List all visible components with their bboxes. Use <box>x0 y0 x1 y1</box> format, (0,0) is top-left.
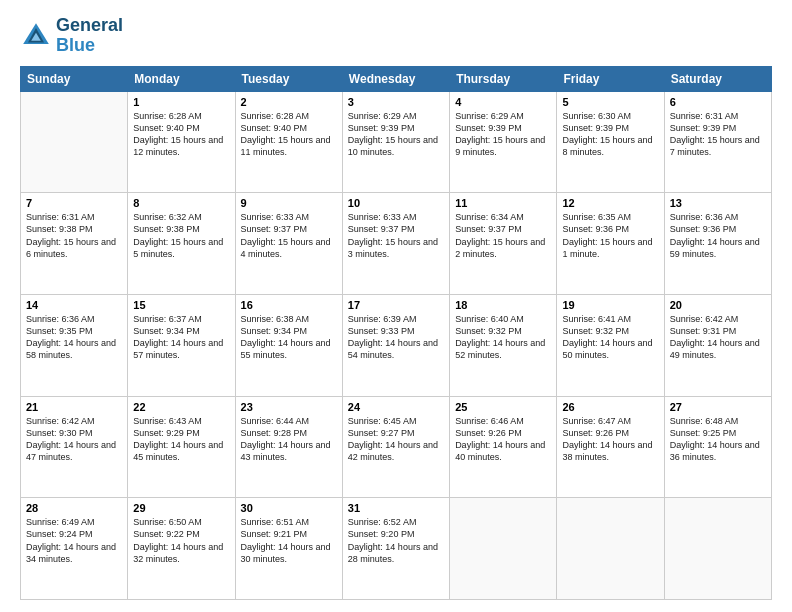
cell-info: Sunrise: 6:33 AMSunset: 9:37 PMDaylight:… <box>241 211 337 260</box>
cell-info: Sunrise: 6:35 AMSunset: 9:36 PMDaylight:… <box>562 211 658 260</box>
calendar-cell: 20Sunrise: 6:42 AMSunset: 9:31 PMDayligh… <box>664 294 771 396</box>
logo-icon <box>20 20 52 52</box>
cell-info: Sunrise: 6:33 AMSunset: 9:37 PMDaylight:… <box>348 211 444 260</box>
day-number: 29 <box>133 502 229 514</box>
day-number: 14 <box>26 299 122 311</box>
calendar-cell: 16Sunrise: 6:38 AMSunset: 9:34 PMDayligh… <box>235 294 342 396</box>
day-number: 23 <box>241 401 337 413</box>
calendar-cell: 11Sunrise: 6:34 AMSunset: 9:37 PMDayligh… <box>450 193 557 295</box>
day-number: 12 <box>562 197 658 209</box>
day-number: 22 <box>133 401 229 413</box>
day-number: 7 <box>26 197 122 209</box>
day-number: 10 <box>348 197 444 209</box>
day-number: 18 <box>455 299 551 311</box>
cell-info: Sunrise: 6:29 AMSunset: 9:39 PMDaylight:… <box>455 110 551 159</box>
calendar-cell: 8Sunrise: 6:32 AMSunset: 9:38 PMDaylight… <box>128 193 235 295</box>
day-header-tuesday: Tuesday <box>235 66 342 91</box>
day-number: 20 <box>670 299 766 311</box>
day-number: 3 <box>348 96 444 108</box>
cell-info: Sunrise: 6:46 AMSunset: 9:26 PMDaylight:… <box>455 415 551 464</box>
calendar-cell: 21Sunrise: 6:42 AMSunset: 9:30 PMDayligh… <box>21 396 128 498</box>
calendar-header-row: SundayMondayTuesdayWednesdayThursdayFrid… <box>21 66 772 91</box>
cell-info: Sunrise: 6:51 AMSunset: 9:21 PMDaylight:… <box>241 516 337 565</box>
day-number: 8 <box>133 197 229 209</box>
calendar-cell: 10Sunrise: 6:33 AMSunset: 9:37 PMDayligh… <box>342 193 449 295</box>
day-header-thursday: Thursday <box>450 66 557 91</box>
calendar-cell: 29Sunrise: 6:50 AMSunset: 9:22 PMDayligh… <box>128 498 235 600</box>
cell-info: Sunrise: 6:48 AMSunset: 9:25 PMDaylight:… <box>670 415 766 464</box>
page: General Blue SundayMondayTuesdayWednesda… <box>0 0 792 612</box>
calendar-table: SundayMondayTuesdayWednesdayThursdayFrid… <box>20 66 772 600</box>
day-number: 13 <box>670 197 766 209</box>
cell-info: Sunrise: 6:52 AMSunset: 9:20 PMDaylight:… <box>348 516 444 565</box>
calendar-cell: 5Sunrise: 6:30 AMSunset: 9:39 PMDaylight… <box>557 91 664 193</box>
calendar-cell: 7Sunrise: 6:31 AMSunset: 9:38 PMDaylight… <box>21 193 128 295</box>
cell-info: Sunrise: 6:31 AMSunset: 9:38 PMDaylight:… <box>26 211 122 260</box>
day-number: 9 <box>241 197 337 209</box>
calendar-cell: 25Sunrise: 6:46 AMSunset: 9:26 PMDayligh… <box>450 396 557 498</box>
calendar-cell <box>664 498 771 600</box>
cell-info: Sunrise: 6:43 AMSunset: 9:29 PMDaylight:… <box>133 415 229 464</box>
day-number: 6 <box>670 96 766 108</box>
calendar-cell: 9Sunrise: 6:33 AMSunset: 9:37 PMDaylight… <box>235 193 342 295</box>
logo-text: General Blue <box>56 16 123 56</box>
cell-info: Sunrise: 6:49 AMSunset: 9:24 PMDaylight:… <box>26 516 122 565</box>
cell-info: Sunrise: 6:37 AMSunset: 9:34 PMDaylight:… <box>133 313 229 362</box>
day-number: 16 <box>241 299 337 311</box>
day-header-friday: Friday <box>557 66 664 91</box>
day-number: 11 <box>455 197 551 209</box>
day-number: 28 <box>26 502 122 514</box>
calendar-cell: 1Sunrise: 6:28 AMSunset: 9:40 PMDaylight… <box>128 91 235 193</box>
calendar-cell: 22Sunrise: 6:43 AMSunset: 9:29 PMDayligh… <box>128 396 235 498</box>
calendar-cell: 4Sunrise: 6:29 AMSunset: 9:39 PMDaylight… <box>450 91 557 193</box>
day-number: 24 <box>348 401 444 413</box>
day-number: 25 <box>455 401 551 413</box>
calendar-cell: 27Sunrise: 6:48 AMSunset: 9:25 PMDayligh… <box>664 396 771 498</box>
calendar-cell: 28Sunrise: 6:49 AMSunset: 9:24 PMDayligh… <box>21 498 128 600</box>
cell-info: Sunrise: 6:39 AMSunset: 9:33 PMDaylight:… <box>348 313 444 362</box>
day-header-wednesday: Wednesday <box>342 66 449 91</box>
header: General Blue <box>20 16 772 56</box>
calendar-week-row: 28Sunrise: 6:49 AMSunset: 9:24 PMDayligh… <box>21 498 772 600</box>
day-number: 4 <box>455 96 551 108</box>
calendar-week-row: 7Sunrise: 6:31 AMSunset: 9:38 PMDaylight… <box>21 193 772 295</box>
calendar-cell <box>450 498 557 600</box>
cell-info: Sunrise: 6:36 AMSunset: 9:36 PMDaylight:… <box>670 211 766 260</box>
cell-info: Sunrise: 6:45 AMSunset: 9:27 PMDaylight:… <box>348 415 444 464</box>
day-header-monday: Monday <box>128 66 235 91</box>
day-number: 1 <box>133 96 229 108</box>
cell-info: Sunrise: 6:28 AMSunset: 9:40 PMDaylight:… <box>133 110 229 159</box>
calendar-cell: 23Sunrise: 6:44 AMSunset: 9:28 PMDayligh… <box>235 396 342 498</box>
day-number: 19 <box>562 299 658 311</box>
cell-info: Sunrise: 6:32 AMSunset: 9:38 PMDaylight:… <box>133 211 229 260</box>
cell-info: Sunrise: 6:44 AMSunset: 9:28 PMDaylight:… <box>241 415 337 464</box>
day-number: 15 <box>133 299 229 311</box>
calendar-cell: 12Sunrise: 6:35 AMSunset: 9:36 PMDayligh… <box>557 193 664 295</box>
calendar-week-row: 14Sunrise: 6:36 AMSunset: 9:35 PMDayligh… <box>21 294 772 396</box>
calendar-cell <box>557 498 664 600</box>
cell-info: Sunrise: 6:42 AMSunset: 9:30 PMDaylight:… <box>26 415 122 464</box>
cell-info: Sunrise: 6:50 AMSunset: 9:22 PMDaylight:… <box>133 516 229 565</box>
cell-info: Sunrise: 6:28 AMSunset: 9:40 PMDaylight:… <box>241 110 337 159</box>
calendar-cell: 30Sunrise: 6:51 AMSunset: 9:21 PMDayligh… <box>235 498 342 600</box>
calendar-cell: 17Sunrise: 6:39 AMSunset: 9:33 PMDayligh… <box>342 294 449 396</box>
cell-info: Sunrise: 6:38 AMSunset: 9:34 PMDaylight:… <box>241 313 337 362</box>
calendar-cell: 18Sunrise: 6:40 AMSunset: 9:32 PMDayligh… <box>450 294 557 396</box>
day-number: 30 <box>241 502 337 514</box>
calendar-cell: 13Sunrise: 6:36 AMSunset: 9:36 PMDayligh… <box>664 193 771 295</box>
calendar-cell: 24Sunrise: 6:45 AMSunset: 9:27 PMDayligh… <box>342 396 449 498</box>
day-number: 5 <box>562 96 658 108</box>
day-header-sunday: Sunday <box>21 66 128 91</box>
cell-info: Sunrise: 6:36 AMSunset: 9:35 PMDaylight:… <box>26 313 122 362</box>
cell-info: Sunrise: 6:41 AMSunset: 9:32 PMDaylight:… <box>562 313 658 362</box>
calendar-cell: 6Sunrise: 6:31 AMSunset: 9:39 PMDaylight… <box>664 91 771 193</box>
calendar-cell <box>21 91 128 193</box>
day-number: 21 <box>26 401 122 413</box>
cell-info: Sunrise: 6:42 AMSunset: 9:31 PMDaylight:… <box>670 313 766 362</box>
calendar-week-row: 21Sunrise: 6:42 AMSunset: 9:30 PMDayligh… <box>21 396 772 498</box>
cell-info: Sunrise: 6:31 AMSunset: 9:39 PMDaylight:… <box>670 110 766 159</box>
day-number: 2 <box>241 96 337 108</box>
calendar-cell: 3Sunrise: 6:29 AMSunset: 9:39 PMDaylight… <box>342 91 449 193</box>
day-number: 26 <box>562 401 658 413</box>
calendar-cell: 26Sunrise: 6:47 AMSunset: 9:26 PMDayligh… <box>557 396 664 498</box>
